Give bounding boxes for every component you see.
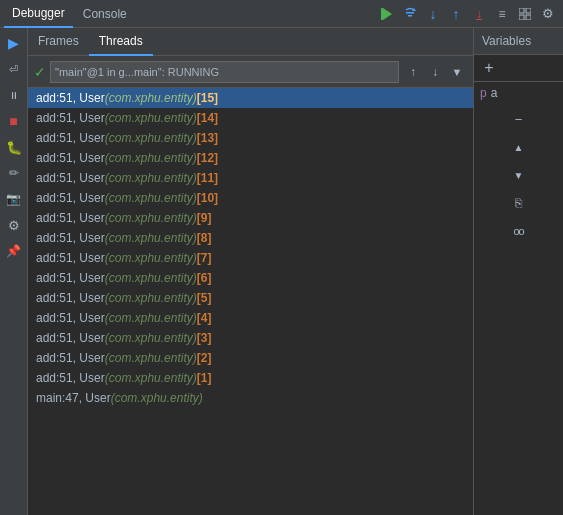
sidebar-pin-icon[interactable]: 📌	[3, 240, 25, 262]
sidebar-camera-icon[interactable]: 📷	[3, 188, 25, 210]
evaluate-icon[interactable]: ≡	[491, 3, 513, 25]
frame-package: (com.xphu.entity)	[105, 251, 197, 265]
resume-icon[interactable]	[376, 3, 398, 25]
frame-item[interactable]: add:51, User (com.xphu.entity) [1]	[28, 368, 473, 388]
frame-index: [4]	[197, 311, 212, 325]
frame-method: add:51, User	[36, 91, 105, 105]
tab-threads-label: Threads	[99, 34, 143, 48]
sidebar-settings-icon[interactable]: ⚙	[3, 214, 25, 236]
tab-debugger[interactable]: Debugger	[4, 0, 73, 28]
svg-rect-1	[381, 8, 383, 20]
thread-check-icon: ✓	[34, 64, 46, 80]
frame-method: add:51, User	[36, 191, 105, 205]
frame-index: [5]	[197, 291, 212, 305]
frame-method: add:51, User	[36, 351, 105, 365]
scroll-up-icon[interactable]: ▲	[508, 136, 530, 158]
frame-item[interactable]: add:51, User (com.xphu.entity) [13]	[28, 128, 473, 148]
thread-up-icon[interactable]: ↑	[403, 62, 423, 82]
tab-threads[interactable]: Threads	[89, 28, 153, 56]
grid-icon[interactable]	[514, 3, 536, 25]
step-out-icon[interactable]: ↑	[445, 3, 467, 25]
tab-frames-label: Frames	[38, 34, 79, 48]
frame-item[interactable]: add:51, User (com.xphu.entity) [5]	[28, 288, 473, 308]
frame-package: (com.xphu.entity)	[105, 131, 197, 145]
frame-method: add:51, User	[36, 271, 105, 285]
copy-icon[interactable]: ⎘	[508, 192, 530, 214]
thread-selector-bar: ✓ "main"@1 in g...main": RUNNING ↑ ↓ ▼	[28, 56, 473, 88]
frame-item[interactable]: add:51, User (com.xphu.entity) [14]	[28, 108, 473, 128]
frame-item[interactable]: add:51, User (com.xphu.entity) [9]	[28, 208, 473, 228]
thread-down-icon[interactable]: ↓	[425, 62, 445, 82]
frame-item[interactable]: add:51, User (com.xphu.entity) [6]	[28, 268, 473, 288]
frame-index: [14]	[197, 111, 218, 125]
frame-package: (com.xphu.entity)	[105, 91, 197, 105]
variables-panel: Variables + p a − ▲ ▼ ⎘ oo	[473, 28, 563, 515]
frame-item[interactable]: add:51, User (com.xphu.entity) [11]	[28, 168, 473, 188]
frame-item[interactable]: add:51, User (com.xphu.entity) [2]	[28, 348, 473, 368]
sidebar-pause-icon[interactable]: ⏸	[3, 84, 25, 106]
frame-index: [2]	[197, 351, 212, 365]
svg-rect-3	[406, 12, 414, 14]
frame-package: (com.xphu.entity)	[111, 391, 203, 405]
minus-icon[interactable]: −	[508, 108, 530, 130]
thread-select[interactable]: "main"@1 in g...main": RUNNING	[50, 61, 399, 83]
frame-package: (com.xphu.entity)	[105, 351, 197, 365]
frame-method: add:51, User	[36, 371, 105, 385]
sidebar-stop-icon[interactable]: ■	[3, 110, 25, 132]
frame-index: [8]	[197, 231, 212, 245]
frame-method: add:51, User	[36, 151, 105, 165]
svg-rect-8	[526, 15, 531, 20]
thread-nav-icons: ↑ ↓ ▼	[403, 62, 467, 82]
frame-method: main:47, User	[36, 391, 111, 405]
step-into-icon[interactable]: ↓	[422, 3, 444, 25]
frame-item[interactable]: add:51, User (com.xphu.entity) [12]	[28, 148, 473, 168]
frame-package: (com.xphu.entity)	[105, 371, 197, 385]
svg-rect-5	[519, 8, 524, 13]
svg-rect-4	[408, 15, 412, 17]
frame-item[interactable]: add:51, User (com.xphu.entity) [15]	[28, 88, 473, 108]
var-a-label: a	[491, 86, 498, 100]
frame-index: [15]	[197, 91, 218, 105]
add-variable-icon[interactable]: +	[478, 57, 500, 79]
right-panel-icons: − ▲ ▼ ⎘ oo	[474, 104, 563, 242]
variables-title: Variables	[482, 34, 531, 48]
frame-item[interactable]: add:51, User (com.xphu.entity) [4]	[28, 308, 473, 328]
sidebar-stepover-icon[interactable]: ⏎	[3, 58, 25, 80]
frame-item[interactable]: add:51, User (com.xphu.entity) [10]	[28, 188, 473, 208]
frame-package: (com.xphu.entity)	[105, 271, 197, 285]
scroll-down-icon[interactable]: ▼	[508, 164, 530, 186]
force-step-icon[interactable]: ↓	[468, 3, 490, 25]
var-p-label: p	[480, 86, 487, 100]
frame-package: (com.xphu.entity)	[105, 331, 197, 345]
settings-icon[interactable]: ⚙	[537, 3, 559, 25]
svg-rect-6	[526, 8, 531, 13]
frame-package: (com.xphu.entity)	[105, 231, 197, 245]
frame-index: [3]	[197, 331, 212, 345]
frame-index: [13]	[197, 131, 218, 145]
frame-method: add:51, User	[36, 211, 105, 225]
frame-item[interactable]: add:51, User (com.xphu.entity) [7]	[28, 248, 473, 268]
frame-package: (com.xphu.entity)	[105, 311, 197, 325]
frame-package: (com.xphu.entity)	[105, 191, 197, 205]
tab-console[interactable]: Console	[75, 0, 135, 28]
frame-item[interactable]: add:51, User (com.xphu.entity) [3]	[28, 328, 473, 348]
step-over-icon[interactable]	[399, 3, 421, 25]
tab-frames[interactable]: Frames	[28, 28, 89, 56]
frame-method: add:51, User	[36, 171, 105, 185]
frame-method: add:51, User	[36, 251, 105, 265]
glasses-icon[interactable]: oo	[508, 220, 530, 242]
sidebar-edit-icon[interactable]: ✏	[3, 162, 25, 184]
frame-method: add:51, User	[36, 311, 105, 325]
frame-index: [7]	[197, 251, 212, 265]
frame-item[interactable]: add:51, User (com.xphu.entity) [8]	[28, 228, 473, 248]
thread-filter-icon[interactable]: ▼	[447, 62, 467, 82]
svg-marker-0	[383, 8, 392, 20]
variables-header: Variables	[474, 28, 563, 55]
frame-method: add:51, User	[36, 111, 105, 125]
sidebar-play-icon[interactable]: ▶	[3, 32, 25, 54]
left-sidebar: ▶ ⏎ ⏸ ■ 🐛 ✏ 📷 ⚙ 📌	[0, 28, 28, 515]
frame-item[interactable]: main:47, User (com.xphu.entity)	[28, 388, 473, 408]
frame-package: (com.xphu.entity)	[105, 211, 197, 225]
debug-toolbar: ↓ ↑ ↓ ≡ ⚙	[376, 3, 559, 25]
sidebar-bug-icon[interactable]: 🐛	[3, 136, 25, 158]
